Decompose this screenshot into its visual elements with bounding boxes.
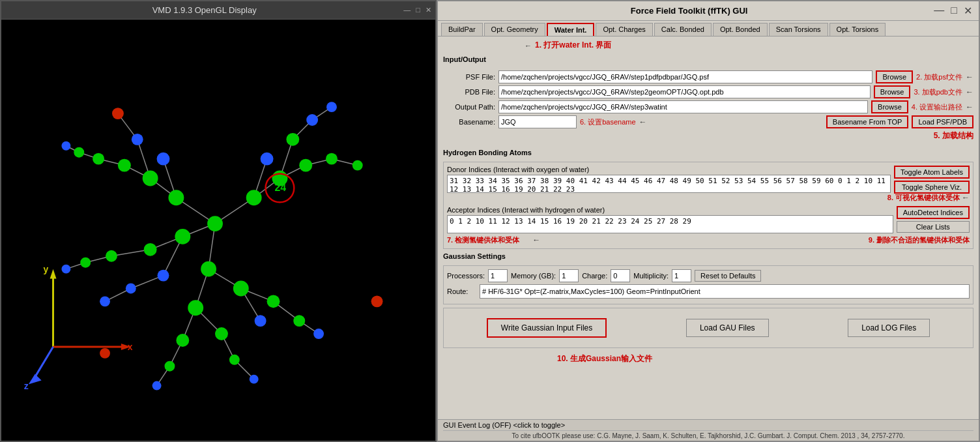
write-gaussian-button[interactable]: Write Gaussian Input Files	[487, 318, 607, 338]
svg-point-57	[233, 281, 249, 297]
acceptor-row: Acceptor Indices (Interact with hydrogen…	[447, 206, 970, 235]
pdb-row: PDB File: Browse 3. 加载pdb文件 ←	[443, 85, 973, 98]
output-label: Output Path:	[443, 103, 495, 111]
svg-point-53	[175, 229, 190, 244]
fftk-minimize[interactable]: —	[934, 5, 944, 17]
toggle-sphere-viz-button[interactable]: Toggle Sphere Viz.	[894, 181, 970, 194]
annotation-3: 3. 加载pdb文件	[914, 87, 962, 97]
basename-from-top-button[interactable]: Basename From TOP	[826, 115, 909, 128]
fftk-maximize[interactable]: □	[951, 5, 957, 17]
svg-point-63	[93, 153, 104, 165]
vmd-title: VMD 1.9.3 OpenGL Display	[5, 5, 403, 15]
vmd-viewport: y x z	[1, 20, 435, 441]
basename-label: Basename:	[443, 118, 495, 126]
charge-input[interactable]	[611, 269, 630, 282]
svg-point-86	[250, 375, 259, 384]
output-input[interactable]	[498, 100, 868, 113]
section-io-label: Input/Output	[443, 55, 973, 63]
clear-lists-button[interactable]: Clear Lists	[897, 221, 970, 233]
svg-point-80	[132, 134, 143, 145]
toggle-atom-labels-button[interactable]: Toggle Atom Labels	[894, 166, 970, 179]
svg-point-62	[106, 250, 117, 262]
tab-opt-geometry[interactable]: Opt. Geometry	[484, 23, 545, 36]
svg-point-87	[152, 381, 162, 390]
pdb-browse-button[interactable]: Browse	[874, 85, 911, 98]
psf-browse-button[interactable]: Browse	[876, 70, 913, 83]
multiplicity-label: Multiplicity:	[633, 272, 669, 280]
load-gau-button[interactable]: Load GAU Files	[686, 319, 769, 337]
donor-textarea[interactable]	[447, 175, 891, 193]
acceptor-buttons: AutoDetect Indices Clear Lists	[897, 206, 970, 233]
autodetect-indices-button[interactable]: AutoDetect Indices	[897, 206, 970, 219]
tab-buildpar[interactable]: BuildPar	[441, 23, 483, 36]
molecule-visualization: y x z	[1, 20, 435, 441]
svg-point-68	[293, 315, 305, 327]
annotation-10: 10. 生成Gaussian输入文件	[557, 353, 652, 364]
fftk-panel: Force Field Toolkit (ffTK) GUI — □ ✕ Bui…	[437, 0, 980, 442]
status-bar: GUI Event Log (OFF) <click to toggle> To…	[438, 419, 979, 441]
processors-input[interactable]	[488, 269, 508, 282]
basename-input[interactable]	[498, 115, 577, 128]
tab-opt-bonded[interactable]: Opt. Bonded	[713, 23, 768, 36]
donor-row: Donor Indices (Interact with oxygen of w…	[447, 166, 970, 195]
psf-row: PSF File: Browse 2. 加载psf文件 ←	[443, 70, 973, 83]
gui-event-log[interactable]: GUI Event Log (OFF) <click to toggle>	[443, 421, 973, 431]
tab-water-int[interactable]: Water Int.	[547, 23, 595, 36]
action-buttons: Write Gaussian Input Files Load GAU File…	[443, 308, 973, 348]
psf-input[interactable]	[498, 70, 872, 83]
main-content: ← 1. 打开water Int. 界面 Input/Output PSF Fi…	[438, 37, 979, 419]
psf-label: PSF File:	[443, 73, 495, 81]
basename-row: Basename: 6. 设置basename ← Basename From …	[443, 115, 973, 128]
svg-text:y: y	[44, 264, 49, 274]
donor-buttons: Toggle Atom Labels Toggle Sphere Viz.	[894, 166, 970, 194]
svg-point-56	[188, 300, 203, 316]
section-gaussian-label: Gaussian Settings	[443, 252, 973, 260]
output-row: Output Path: Browse 4. 设置输出路径 ←	[443, 100, 973, 113]
reset-defaults-button[interactable]: Reset to Defaults	[695, 270, 761, 282]
tab-opt-torsions[interactable]: Opt. Torsions	[829, 23, 886, 36]
vmd-minimize[interactable]: —	[403, 6, 411, 14]
tab-calc-bonded[interactable]: Calc. Bonded	[654, 23, 712, 36]
load-psf-pdb-button[interactable]: Load PSF/PDB	[912, 115, 973, 128]
svg-point-52	[201, 261, 216, 277]
multiplicity-input[interactable]	[672, 269, 691, 282]
route-label: Route:	[447, 287, 476, 295]
memory-label: Memory (GB):	[511, 272, 556, 280]
svg-point-50	[168, 190, 184, 205]
citation: To cite ufbOOTK please use: C.G. Mayne, …	[443, 432, 973, 439]
svg-point-74	[157, 153, 170, 166]
route-input[interactable]	[480, 284, 970, 299]
section-hbond-label: Hydrogen Bonding Atoms	[443, 149, 973, 156]
svg-point-66	[215, 327, 228, 340]
pdb-input[interactable]	[498, 85, 871, 98]
svg-point-49	[207, 216, 223, 231]
svg-point-90	[371, 295, 383, 307]
svg-point-71	[353, 160, 363, 171]
fftk-window-controls[interactable]: — □ ✕	[934, 5, 972, 17]
tab-opt-charges[interactable]: Opt. Charges	[596, 23, 652, 36]
svg-point-75	[261, 153, 274, 166]
acceptor-textarea[interactable]	[447, 215, 893, 233]
svg-point-84	[61, 141, 70, 151]
processors-label: Processors:	[447, 272, 485, 280]
svg-text:z: z	[24, 381, 29, 391]
svg-point-65	[176, 334, 189, 347]
vmd-window-controls[interactable]: — □ ✕	[403, 6, 431, 14]
svg-point-67	[326, 153, 338, 165]
vmd-maximize[interactable]: □	[416, 6, 420, 14]
hbond-section: Donor Indices (Interact with oxygen of w…	[443, 162, 973, 249]
fftk-close[interactable]: ✕	[964, 5, 972, 17]
output-browse-button[interactable]: Browse	[871, 100, 908, 113]
vmd-close[interactable]: ✕	[425, 6, 431, 14]
svg-point-60	[286, 133, 299, 146]
svg-text:x: x	[128, 342, 133, 352]
load-log-button[interactable]: Load LOG Files	[848, 319, 930, 337]
svg-point-70	[80, 258, 91, 268]
annotation-5: 5. 加载结构	[934, 130, 973, 141]
svg-point-91	[100, 348, 110, 359]
tab-scan-torsions[interactable]: Scan Torsions	[769, 23, 828, 36]
svg-point-88	[112, 108, 124, 119]
memory-input[interactable]	[559, 269, 579, 282]
svg-point-61	[267, 295, 280, 308]
svg-point-85	[61, 265, 70, 274]
